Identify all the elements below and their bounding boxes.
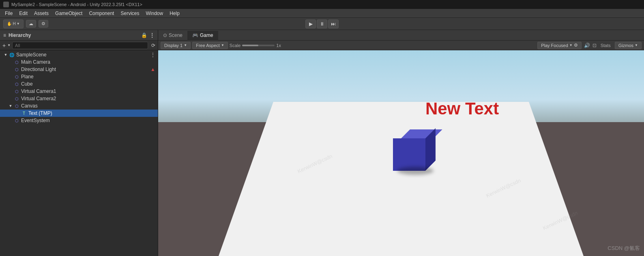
hierarchy-header: ≡ Hierarchy 🔒 ⋮ [0, 30, 158, 41]
hierarchy-content: ▼ 🌐 SampleScene ⋮ ▷ ⬡ Main Camera ▷ ⬡ Di… [0, 50, 158, 256]
display-button[interactable]: Display 1 ▼ [161, 42, 191, 49]
game-tab-label: Game [200, 32, 213, 38]
tab-game[interactable]: 🎮 Game [187, 31, 218, 41]
main-layout: ≡ Hierarchy 🔒 ⋮ + ▼ ⟳ ▼ 🌐 SampleScene ⋮ [0, 30, 644, 256]
gizmos-label: Gizmos [618, 43, 633, 48]
menu-gameobject[interactable]: GameObject [52, 10, 86, 17]
hierarchy-panel: ≡ Hierarchy 🔒 ⋮ + ▼ ⟳ ▼ 🌐 SampleScene ⋮ [0, 30, 158, 256]
lock-icon[interactable]: 🔒 [141, 32, 147, 38]
expand-arrow-samplescene: ▼ [3, 52, 8, 57]
more-options-icon[interactable]: ⋮ [150, 32, 155, 38]
tree-item-cube[interactable]: ▷ ⬡ Cube [0, 80, 158, 88]
hierarchy-menu-icon: ≡ [3, 32, 6, 38]
gizmos-dropdown: ▼ [635, 43, 638, 47]
tree-item-directional-light[interactable]: ▷ ⬡ Directional Light ▲ [0, 66, 158, 73]
play-focused-dropdown: ▼ [569, 43, 573, 47]
play-focused-label: Play Focused [541, 43, 568, 48]
main-toolbar: ✋ H ▼ ☁ ⚙ ▶ ⏸ ⏭ [0, 18, 644, 30]
more-options-scene[interactable]: ⋮ [150, 52, 155, 58]
scale-slider-fill [242, 45, 258, 46]
tree-item-samplescene[interactable]: ▼ 🌐 SampleScene ⋮ [0, 51, 158, 58]
hand-tool-button[interactable]: ✋ H ▼ [3, 19, 24, 28]
tree-label-main-camera: Main Camera [21, 59, 50, 65]
tree-item-event-system[interactable]: ▷ ⬡ EventSystem [0, 117, 158, 124]
aspect-dropdown: ▼ [221, 43, 224, 47]
gizmos-button[interactable]: Gizmos ▼ [615, 42, 642, 49]
menu-services[interactable]: Services [117, 10, 142, 17]
tree-label-vcam1: Virtual Camera1 [21, 88, 56, 94]
hierarchy-title: Hierarchy [9, 32, 31, 38]
cloud-icon: ☁ [29, 21, 33, 26]
play-button[interactable]: ▶ [305, 19, 316, 28]
display-dropdown: ▼ [184, 43, 187, 47]
step-icon: ⏭ [331, 21, 336, 27]
step-button[interactable]: ⏭ [328, 19, 339, 28]
aspect-button[interactable]: Free Aspect ▼ [192, 42, 228, 49]
cube-front-face [393, 138, 425, 171]
pause-button[interactable]: ⏸ [317, 19, 327, 28]
tree-item-main-camera[interactable]: ▷ ⬡ Main Camera [0, 58, 158, 66]
tree-item-plane[interactable]: ▷ ⬡ Plane [0, 73, 158, 80]
pause-icon: ⏸ [320, 21, 324, 27]
gear-icon: ⚙ [41, 21, 45, 26]
light-icon: ⬡ [14, 67, 19, 72]
add-item-button[interactable]: + [2, 42, 6, 49]
play-controls: ▶ ⏸ ⏭ [305, 19, 339, 28]
tree-item-vcam1[interactable]: ▷ ⬡ Virtual Camera1 [0, 88, 158, 95]
right-toolbar: Play Focused ▼ ⚙ 🔊 ⊡ Stats Gizmos ▼ [537, 42, 642, 49]
vcam2-icon: ⬡ [14, 96, 19, 101]
cube-shadow [397, 167, 434, 175]
cube-icon: ⬡ [14, 81, 19, 87]
tree-item-vcam2[interactable]: ▷ ⬡ Virtual Camera2 [0, 95, 158, 102]
plane-object [219, 102, 584, 256]
menu-component[interactable]: Component [86, 10, 117, 17]
dropdown-arrow: ▼ [7, 43, 11, 47]
stats-button[interactable]: Stats [599, 43, 612, 48]
tree-item-text-tmp[interactable]: ▷ T Text (TMP) [0, 110, 158, 117]
cloud-button[interactable]: ☁ [26, 20, 36, 28]
expand-arrow-canvas: ▼ [8, 103, 13, 108]
menu-assets[interactable]: Assets [31, 10, 52, 17]
tree-item-canvas[interactable]: ▼ ⬡ Canvas [0, 102, 158, 110]
screen-icon[interactable]: ⊡ [592, 43, 597, 48]
tree-label-canvas: Canvas [21, 103, 38, 109]
menu-edit[interactable]: Edit [16, 10, 31, 17]
new-text-label: New Text [425, 99, 499, 118]
menu-window[interactable]: Window [142, 10, 166, 17]
event-icon: ⬡ [14, 118, 19, 123]
play-focused-settings[interactable]: ⚙ [574, 43, 578, 48]
menu-help[interactable]: Help [166, 10, 183, 17]
audio-icon[interactable]: 🔊 [584, 43, 590, 48]
settings-button[interactable]: ⚙ [39, 20, 48, 28]
menu-file[interactable]: File [2, 10, 16, 17]
camera-icon: ⬡ [14, 59, 19, 65]
csdn-watermark: CSDN @氰客 [608, 245, 640, 252]
aspect-label: Free Aspect [196, 43, 220, 48]
play-icon: ▶ [309, 21, 313, 27]
game-viewport[interactable]: CM Main Camera: [Virtual Camera1] New Te… [158, 50, 644, 256]
scene-icon: 🌐 [9, 52, 15, 58]
refresh-icon[interactable]: ⟳ [151, 43, 155, 48]
canvas-icon: ⬡ [14, 103, 19, 109]
game-toolbar: Display 1 ▼ Free Aspect ▼ Scale 1x Play … [158, 41, 644, 50]
tree-label-event-system: EventSystem [21, 118, 50, 123]
tree-label-cube: Cube [21, 81, 33, 87]
text-icon: T [21, 110, 27, 116]
menu-bar: File Edit Assets GameObject Component Se… [0, 9, 644, 18]
scale-slider[interactable] [242, 45, 275, 46]
scene-tab-label: Scene [169, 32, 182, 38]
dropdown-icon: ▼ [17, 22, 20, 26]
display-label: Display 1 [164, 43, 182, 48]
plane-icon: ⬡ [14, 74, 19, 80]
play-focused-button[interactable]: Play Focused ▼ ⚙ [537, 42, 582, 49]
tab-scene[interactable]: ⊙ Scene [158, 31, 187, 41]
hierarchy-search[interactable] [12, 42, 148, 49]
tree-label-directional-light: Directional Light [21, 67, 56, 72]
title-bar: MySample2 - SampleScene - Android - Unit… [0, 0, 644, 9]
scale-label: Scale [230, 43, 241, 48]
tree-label-plane: Plane [21, 74, 34, 80]
tree-label-vcam2: Virtual Camera2 [21, 96, 56, 101]
scene-tab-icon: ⊙ [163, 32, 167, 38]
cube-object [393, 138, 425, 171]
hand-icon: ✋ [7, 22, 12, 26]
